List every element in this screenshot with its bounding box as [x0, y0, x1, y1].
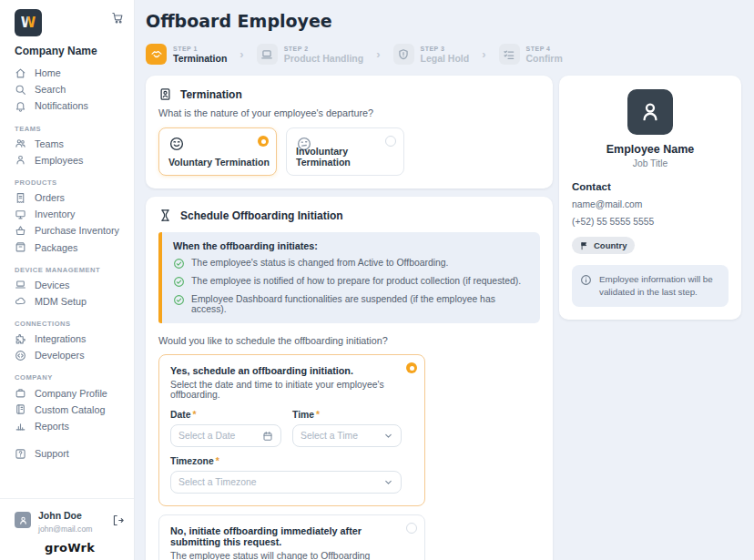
sidebar-item-developers[interactable]: Developers — [15, 347, 125, 363]
callout-text: Employee Dashboard functionalities are s… — [191, 294, 529, 314]
sidebar-item-mdm-setup[interactable]: MDM Setup — [15, 293, 125, 310]
sidebar-item-notifications[interactable]: Notifications — [15, 97, 125, 114]
timezone-input[interactable] — [178, 477, 378, 487]
chevron-right-icon: › — [376, 47, 380, 61]
basket-icon — [15, 225, 26, 237]
briefcase-icon — [15, 387, 26, 399]
sidebar-item-label: Integrations — [35, 333, 86, 344]
no-option-subtitle: The employee status will change to Offbo… — [170, 551, 413, 560]
check-circle-icon — [173, 276, 185, 288]
date-field[interactable] — [170, 424, 281, 447]
stepper: STEP 1 Termination › STEP 2 Product Hand… — [146, 44, 742, 65]
sidebar-nav: Home Search Notifications TEAMS Teams Em… — [15, 65, 125, 462]
sidebar-item-orders[interactable]: Orders — [15, 189, 125, 206]
step-label: Product Handling — [284, 53, 364, 64]
logout-icon[interactable] — [111, 514, 125, 527]
date-input[interactable] — [178, 431, 257, 441]
schedule-yes-option[interactable]: Yes, schedule an offboarding initiation.… — [158, 354, 425, 506]
sidebar-item-devices[interactable]: Devices — [15, 277, 125, 293]
user-email: john@mail.com — [38, 524, 104, 534]
step-label: Legal Hold — [421, 53, 470, 64]
sidebar-item-support[interactable]: Support — [15, 445, 125, 462]
laptop-icon — [15, 279, 26, 290]
sidebar-item-inventory[interactable]: Inventory — [15, 206, 125, 222]
stepper-step-termination[interactable]: STEP 1 Termination — [146, 44, 227, 65]
time-field[interactable] — [292, 424, 402, 447]
option-label: Voluntary Termination — [168, 157, 270, 168]
country-label: Country — [594, 240, 627, 250]
sidebar-item-integrations[interactable]: Integrations — [15, 331, 125, 347]
check-circle-icon — [173, 258, 185, 270]
termination-title: Termination — [180, 88, 242, 101]
sidebar-item-label: Custom Catalog — [35, 404, 105, 415]
section-title-teams: TEAMS — [15, 125, 125, 133]
sidebar-item-teams[interactable]: Teams — [15, 136, 125, 152]
step-label: Confirm — [526, 53, 563, 64]
sidebar-item-custom-catalog[interactable]: Custom Catalog — [15, 402, 125, 418]
stepper-step-confirm[interactable]: STEP 4 Confirm — [499, 44, 563, 65]
schedule-question: Would you like to schedule the offboardi… — [158, 335, 540, 346]
radio-schedule-yes[interactable] — [406, 362, 417, 373]
date-label: Date* — [170, 410, 281, 420]
callout-title: When the offboarding initiates: — [173, 240, 529, 251]
sidebar-item-purchase-inventory[interactable]: Purchase Inventory — [15, 222, 125, 239]
sidebar-item-home[interactable]: Home — [15, 65, 125, 81]
sidebar-item-packages[interactable]: Packages — [15, 239, 125, 256]
sidebar-item-employees[interactable]: Employees — [15, 152, 125, 168]
step-label: Termination — [173, 53, 227, 64]
code-icon — [15, 350, 26, 361]
company-logo[interactable]: W W — [15, 9, 42, 36]
sidebar-item-company-profile[interactable]: Company Profile — [15, 384, 125, 401]
receipt-icon — [15, 192, 26, 204]
employee-name: Employee Name — [572, 143, 729, 156]
checklist-icon — [499, 44, 520, 65]
validation-note-text: Employee information will be validated i… — [599, 273, 720, 299]
callout-item: Employee Dashboard functionalities are s… — [173, 294, 529, 314]
sidebar-item-label: Teams — [35, 138, 64, 149]
sidebar-item-label: MDM Setup — [35, 296, 87, 307]
stepper-step-legal-hold[interactable]: STEP 3 Legal Hold — [393, 44, 470, 65]
sidebar: W W Company Name Home Search Notificatio… — [0, 0, 135, 560]
timezone-field[interactable] — [170, 471, 402, 494]
option-voluntary-termination[interactable]: Voluntary Termination — [158, 127, 277, 176]
catalog-icon — [15, 403, 26, 415]
shield-alert-icon — [393, 44, 414, 65]
no-option-title: No, initiate offboarding immediately aft… — [170, 525, 413, 547]
sidebar-item-label: Developers — [35, 350, 85, 361]
section-title-company: COMPANY — [15, 373, 125, 382]
employee-phone: (+52) 55 5555 5555 — [572, 217, 729, 227]
stepper-step-product-handling[interactable]: STEP 2 Product Handling — [257, 44, 364, 65]
sidebar-item-search[interactable]: Search — [15, 81, 125, 97]
company-name: Company Name — [15, 45, 125, 57]
termination-question: What is the nature of your employee's de… — [158, 107, 540, 118]
puzzle-icon — [15, 333, 26, 345]
required-mark: * — [316, 410, 320, 420]
required-mark: * — [193, 410, 197, 420]
time-label: Time* — [292, 410, 402, 420]
main-content: Offboard Employee STEP 1 Termination › S… — [135, 0, 754, 560]
schedule-title: Schedule Offboarding Initiation — [180, 209, 343, 222]
step-eyebrow: STEP 4 — [526, 46, 563, 52]
monitor-icon — [15, 209, 26, 220]
page-title: Offboard Employee — [146, 11, 742, 31]
option-involuntary-termination[interactable]: Involuntary Termination — [286, 127, 404, 176]
help-icon — [15, 448, 26, 460]
contact-heading: Contact — [572, 181, 729, 192]
sidebar-item-label: Search — [35, 84, 66, 95]
yes-option-subtitle: Select the date and time to initiate you… — [170, 380, 413, 400]
cart-icon[interactable] — [111, 11, 125, 25]
hourglass-icon — [158, 209, 172, 222]
offboarding-callout: When the offboarding initiates: The empl… — [158, 232, 540, 323]
radio-voluntary[interactable] — [258, 136, 269, 147]
handshake-icon — [146, 44, 167, 65]
sidebar-footer: John Doe john@mail.com groWrk — [0, 498, 134, 560]
chevron-right-icon: › — [239, 47, 243, 61]
radio-schedule-no[interactable] — [406, 523, 417, 534]
schedule-no-option[interactable]: No, initiate offboarding immediately aft… — [158, 514, 425, 560]
sidebar-item-reports[interactable]: Reports — [15, 418, 125, 434]
validation-note: Employee information will be validated i… — [572, 265, 729, 307]
badge-person-icon — [158, 87, 172, 101]
sidebar-item-label: Inventory — [35, 209, 75, 219]
required-mark: * — [216, 456, 219, 466]
time-input[interactable] — [301, 431, 378, 441]
